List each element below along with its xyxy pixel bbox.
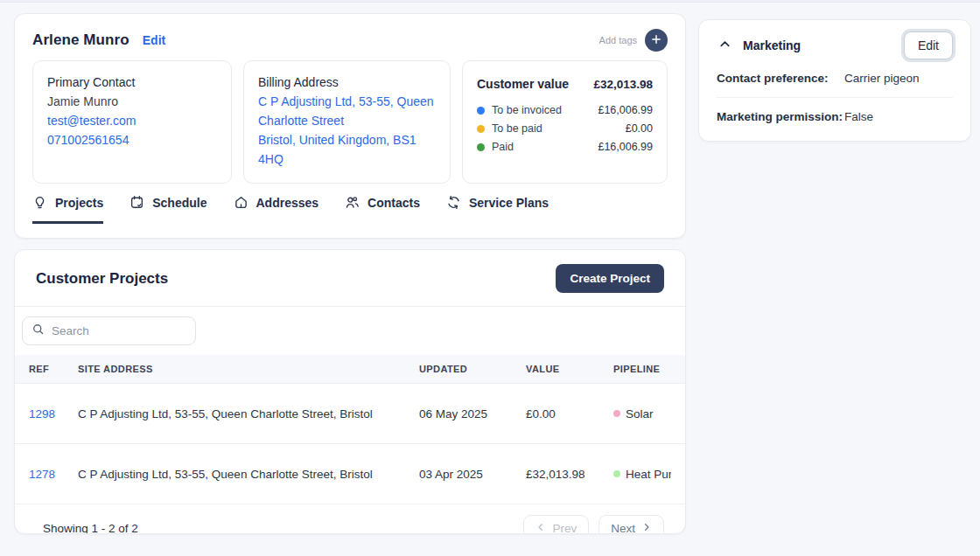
tab-label: Contacts bbox=[368, 196, 420, 210]
customer-value-header: Customer value £32,013.98 bbox=[477, 74, 653, 94]
cell-updated: 03 Apr 2025 bbox=[419, 468, 526, 481]
billing-address-title: Billing Address bbox=[258, 73, 436, 92]
home-icon bbox=[234, 195, 248, 210]
billing-address-link-line1[interactable]: C P Adjusting Ltd, 53-55, Queen Charlott… bbox=[258, 92, 436, 130]
right-sidebar: Marketing Edit Contact preference: Carri… bbox=[698, 13, 971, 534]
project-search-box[interactable] bbox=[22, 316, 196, 345]
customer-value-total: £32,013.98 bbox=[593, 75, 653, 94]
marketing-field-contact-preference: Contact preference: Carrier pigeon bbox=[717, 59, 953, 98]
search-input[interactable] bbox=[52, 324, 186, 337]
marketing-field-marketing-permission: Marketing permission: False bbox=[717, 98, 953, 136]
tab-contacts[interactable]: Contacts bbox=[345, 195, 420, 224]
search-icon bbox=[32, 323, 45, 339]
field-label: Contact preference: bbox=[717, 72, 844, 85]
field-value: False bbox=[844, 110, 953, 123]
primary-contact-title: Primary Contact bbox=[47, 73, 217, 92]
collapse-section-button[interactable] bbox=[717, 36, 733, 55]
column-header-value: VALUE bbox=[526, 364, 613, 374]
column-header-ref: REF bbox=[29, 364, 78, 374]
value-row-label: Paid bbox=[492, 138, 514, 156]
customer-value-card: Customer value £32,013.98 To be invoiced… bbox=[462, 60, 668, 184]
prev-label: Prev bbox=[552, 522, 577, 534]
cell-pipeline: Solar bbox=[613, 407, 671, 420]
plus-icon bbox=[650, 33, 662, 48]
column-header-updated: UPDATED bbox=[419, 364, 526, 374]
value-row-label: To be paid bbox=[492, 120, 542, 138]
cell-updated: 06 May 2025 bbox=[419, 407, 526, 420]
add-tags-label: Add tags bbox=[599, 35, 637, 45]
tab-schedule[interactable]: Schedule bbox=[130, 195, 206, 224]
billing-address-card: Billing Address C P Adjusting Ltd, 53-55… bbox=[243, 60, 451, 184]
pipeline-label: Heat Pump bbox=[626, 468, 671, 481]
customer-header-row: Arlene Munro Edit Add tags bbox=[15, 14, 685, 60]
chevron-right-icon bbox=[641, 522, 652, 534]
cell-pipeline: Heat Pump bbox=[613, 468, 671, 481]
project-ref-link[interactable]: 1278 bbox=[29, 468, 78, 481]
pagination-controls: Prev Next bbox=[523, 515, 664, 534]
next-page-button[interactable]: Next bbox=[598, 515, 664, 534]
value-row-amount: £0.00 bbox=[626, 120, 653, 138]
primary-contact-name: Jamie Munro bbox=[47, 92, 217, 111]
projects-title: Customer Projects bbox=[36, 270, 168, 288]
tab-label: Projects bbox=[55, 196, 103, 210]
lightbulb-icon bbox=[32, 195, 47, 210]
tab-label: Schedule bbox=[152, 196, 206, 210]
field-label: Marketing permission: bbox=[717, 110, 844, 123]
primary-contact-phone-link[interactable]: 071002561654 bbox=[47, 130, 217, 149]
cell-site-address: C P Adjusting Ltd, 53-55, Queen Charlott… bbox=[78, 468, 419, 481]
projects-header-row: Customer Projects Create Project bbox=[15, 250, 685, 307]
tab-label: Addresses bbox=[256, 196, 319, 210]
tab-label: Service Plans bbox=[469, 196, 549, 210]
column-header-site-address: SITE ADDRESS bbox=[78, 364, 419, 374]
value-row-paid: Paid £16,006.99 bbox=[477, 138, 653, 156]
pipeline-dot-icon bbox=[613, 470, 620, 477]
chevron-left-icon bbox=[536, 522, 546, 534]
people-icon bbox=[345, 195, 360, 210]
customer-summary-card: Arlene Munro Edit Add tags Primary Conta… bbox=[14, 13, 686, 239]
add-tag-button[interactable] bbox=[645, 29, 668, 52]
column-header-pipeline: PIPELINE bbox=[613, 364, 671, 374]
pipeline-label: Solar bbox=[626, 407, 654, 420]
customer-name: Arlene Munro bbox=[32, 31, 130, 49]
project-ref-link[interactable]: 1298 bbox=[29, 407, 78, 420]
projects-table-header: REF SITE ADDRESS UPDATED VALUE PIPELINE bbox=[15, 355, 685, 384]
pagination-summary: Showing 1 - 2 of 2 bbox=[43, 522, 138, 534]
value-row-to-be-paid: To be paid £0.00 bbox=[477, 120, 653, 138]
cell-value: £32,013.98 bbox=[526, 468, 613, 481]
projects-footer: Showing 1 - 2 of 2 Prev Next bbox=[15, 504, 685, 534]
value-row-amount: £16,006.99 bbox=[598, 138, 653, 156]
service-cycle-icon bbox=[446, 195, 461, 210]
cell-value: £0.00 bbox=[526, 407, 613, 420]
cell-site-address: C P Adjusting Ltd, 53-55, Queen Charlott… bbox=[78, 407, 419, 420]
blue-dot-icon bbox=[477, 107, 485, 115]
calendar-icon bbox=[130, 195, 144, 210]
tab-addresses[interactable]: Addresses bbox=[234, 195, 319, 224]
marketing-header-row: Marketing Edit bbox=[717, 31, 953, 59]
value-row-label: To be invoiced bbox=[492, 101, 562, 120]
prev-page-button[interactable]: Prev bbox=[523, 515, 589, 534]
tab-projects[interactable]: Projects bbox=[32, 195, 103, 224]
marketing-card: Marketing Edit Contact preference: Carri… bbox=[698, 19, 971, 142]
green-dot-icon bbox=[477, 143, 485, 151]
primary-contact-card: Primary Contact Jamie Munro test@tester.… bbox=[32, 60, 232, 184]
value-row-to-be-invoiced: To be invoiced £16,006.99 bbox=[477, 101, 653, 120]
table-row[interactable]: 1298 C P Adjusting Ltd, 53-55, Queen Cha… bbox=[15, 384, 685, 444]
chevron-up-icon bbox=[718, 38, 732, 53]
table-row[interactable]: 1278 C P Adjusting Ltd, 53-55, Queen Cha… bbox=[15, 444, 685, 504]
customer-edit-link[interactable]: Edit bbox=[143, 33, 165, 47]
summary-subcards: Primary Contact Jamie Munro test@tester.… bbox=[15, 60, 685, 184]
billing-address-link-line2[interactable]: Bristol, United Kingdom, BS1 4HQ bbox=[258, 130, 436, 169]
customer-projects-card: Customer Projects Create Project REF SIT… bbox=[14, 249, 686, 534]
tab-service-plans[interactable]: Service Plans bbox=[446, 195, 549, 224]
next-label: Next bbox=[611, 522, 635, 534]
value-row-amount: £16,006.99 bbox=[598, 101, 653, 120]
marketing-title: Marketing bbox=[743, 38, 801, 52]
customer-tabs: Projects Schedule Addresses bbox=[15, 184, 685, 224]
pipeline-dot-icon bbox=[613, 410, 620, 417]
yellow-dot-icon bbox=[477, 125, 485, 133]
create-project-button[interactable]: Create Project bbox=[556, 264, 664, 293]
customer-value-title: Customer value bbox=[477, 74, 569, 94]
marketing-edit-button[interactable]: Edit bbox=[904, 31, 953, 59]
field-value: Carrier pigeon bbox=[844, 72, 953, 85]
primary-contact-email-link[interactable]: test@tester.com bbox=[47, 111, 217, 130]
